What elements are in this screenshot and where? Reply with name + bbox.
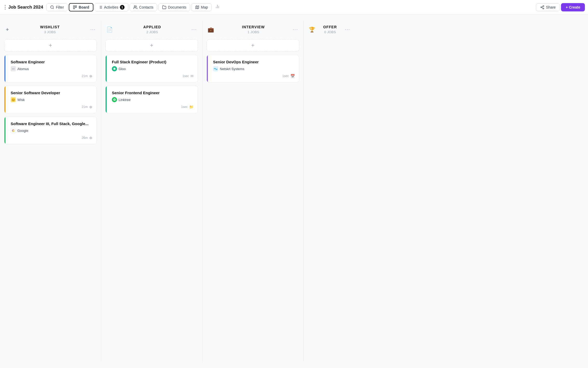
- col-icon-wishlist: ✦: [5, 26, 10, 33]
- contacts-label: Contacts: [139, 5, 153, 9]
- card-time: 1sec: [181, 105, 188, 109]
- board-label: Board: [79, 5, 89, 9]
- company-logo: 😊: [11, 97, 16, 102]
- col-count-interview: 1 JOBS: [248, 30, 259, 34]
- board: ✦WISHLIST3 JOBS···+Software Engineer—Ato…: [0, 15, 588, 368]
- card-company: ✿Linktree: [112, 97, 194, 102]
- column-interview: 💼INTERVIEW1 JOBS···+Senior DevOps Engine…: [202, 21, 304, 362]
- board-button[interactable]: Board: [69, 3, 93, 11]
- card-title: Senior Software Developer: [11, 90, 92, 96]
- card-footer: 1sec📁: [112, 105, 194, 109]
- add-card-button-wishlist[interactable]: +: [4, 39, 97, 52]
- activities-button[interactable]: Activities 1: [94, 3, 128, 11]
- add-card-button-applied[interactable]: +: [105, 39, 198, 52]
- card-title: Software Engineer: [11, 59, 92, 65]
- col-menu-offer[interactable]: ···: [345, 27, 350, 32]
- col-header-wishlist: ✦WISHLIST3 JOBS···: [4, 21, 97, 36]
- create-label: + Create: [566, 5, 580, 9]
- column-wishlist: ✦WISHLIST3 JOBS···+Software Engineer—Ato…: [0, 21, 101, 362]
- card-company: —Atomus: [11, 66, 92, 71]
- card-footer: 26m⊕: [11, 136, 92, 140]
- card-company-name: Gloo: [119, 67, 126, 71]
- filter-button[interactable]: Filter: [46, 3, 68, 11]
- company-logo: [112, 66, 117, 71]
- card-footer-icon: ⊕: [89, 136, 92, 140]
- svg-point-18: [541, 7, 542, 8]
- company-logo: —: [11, 66, 16, 71]
- activities-badge: 1: [120, 5, 125, 10]
- card-footer-icon: ⊕: [89, 105, 92, 109]
- add-card-button-interview[interactable]: +: [207, 39, 299, 52]
- topnav: Job Search 2024 Filter Board Activities …: [0, 0, 588, 15]
- create-button[interactable]: + Create: [561, 3, 585, 11]
- svg-rect-3: [76, 6, 77, 8]
- col-title-interview: INTERVIEW: [242, 25, 265, 29]
- card[interactable]: Full Stack Engineer (Product)Gloo1sec✉: [105, 55, 198, 83]
- card-footer: 1sec✉: [112, 74, 194, 78]
- card[interactable]: Software Engineer III, Full Stack, Googl…: [4, 117, 97, 144]
- card[interactable]: Senior DevOps EngineerNetskrt Systems1se…: [207, 55, 299, 83]
- card-footer-icon: 📅: [290, 74, 295, 78]
- card-company-name: Linktree: [119, 98, 131, 102]
- filter-label: Filter: [56, 5, 64, 9]
- svg-point-23: [114, 68, 115, 70]
- contacts-button[interactable]: Contacts: [129, 3, 157, 11]
- company-logo: ✿: [112, 97, 117, 102]
- svg-rect-2: [73, 6, 75, 9]
- board-icon: [73, 5, 77, 9]
- col-menu-wishlist[interactable]: ···: [90, 27, 96, 32]
- documents-icon: [162, 5, 166, 9]
- card[interactable]: Senior Frontend Engineer✿Linktree1sec📁: [105, 86, 198, 113]
- card-company-name: Atomus: [17, 67, 29, 71]
- share-icon: [540, 5, 544, 9]
- map-icon: [195, 5, 199, 9]
- card-company-name: Wisk: [17, 98, 25, 102]
- filter-icon: [50, 5, 54, 9]
- svg-line-20: [542, 8, 543, 8]
- column-applied: 📄APPLIED2 JOBS···+Full Stack Engineer (P…: [101, 21, 202, 362]
- card[interactable]: Software Engineer—Atomus21m⊕: [4, 55, 97, 83]
- col-icon-interview: 💼: [208, 26, 214, 33]
- company-logo: [213, 66, 218, 71]
- col-title-applied: APPLIED: [143, 25, 161, 29]
- chart-icon[interactable]: [213, 3, 222, 11]
- card-footer-icon: 📁: [189, 105, 194, 109]
- card-company: Netskrt Systems: [213, 66, 295, 71]
- col-count-offer: 0 JOBS: [324, 30, 336, 34]
- card-time: 21m: [82, 74, 88, 78]
- nav-dots-menu[interactable]: [3, 4, 7, 11]
- card-footer-icon: ✉: [190, 74, 194, 78]
- card-company: Gloo: [112, 66, 194, 71]
- map-button[interactable]: Map: [191, 3, 212, 11]
- card-company-name: Google: [17, 129, 28, 133]
- contacts-icon: [133, 5, 138, 9]
- card-footer: 21m⊕: [11, 74, 92, 78]
- card-title: Senior DevOps Engineer: [213, 59, 295, 65]
- company-logo: G: [11, 128, 16, 133]
- column-offer: 🏆OFFER0 JOBS···: [304, 21, 355, 362]
- card[interactable]: Senior Software Developer😊Wisk21m⊕: [4, 86, 97, 113]
- svg-point-10: [134, 6, 135, 7]
- svg-line-1: [53, 8, 54, 9]
- col-menu-applied[interactable]: ···: [192, 27, 197, 32]
- card-footer-icon: ⊕: [89, 74, 92, 78]
- col-header-offer: 🏆OFFER0 JOBS···: [308, 21, 351, 36]
- card-time: 21m: [82, 105, 88, 109]
- col-header-interview: 💼INTERVIEW1 JOBS···: [207, 21, 299, 36]
- card-company: GGoogle: [11, 128, 92, 133]
- card-time: 1sec: [282, 74, 289, 78]
- col-menu-interview[interactable]: ···: [293, 27, 298, 32]
- svg-point-17: [543, 5, 544, 6]
- svg-point-19: [543, 8, 544, 9]
- col-count-wishlist: 3 JOBS: [44, 30, 56, 34]
- col-title-offer: OFFER: [323, 25, 337, 29]
- card-title: Senior Frontend Engineer: [112, 90, 194, 96]
- share-button[interactable]: Share: [536, 3, 560, 11]
- card-title: Full Stack Engineer (Product): [112, 59, 194, 65]
- share-label: Share: [546, 5, 556, 9]
- project-title: Job Search 2024: [8, 5, 43, 10]
- card-company-name: Netskrt Systems: [220, 67, 244, 71]
- svg-marker-11: [196, 6, 199, 9]
- documents-button[interactable]: Documents: [158, 3, 190, 11]
- col-icon-applied: 📄: [106, 26, 113, 33]
